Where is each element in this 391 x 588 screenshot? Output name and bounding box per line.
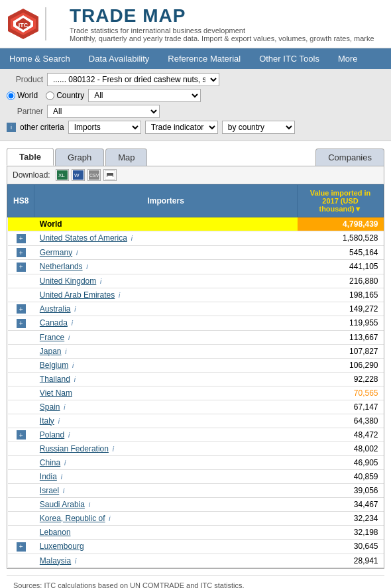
country-link[interactable]: Canada — [40, 318, 68, 327]
country-link[interactable]: Viet Nam — [40, 388, 72, 398]
info-icon[interactable]: i — [72, 376, 76, 383]
tab-graph[interactable]: Graph — [55, 148, 104, 166]
country-link[interactable]: Belgium — [40, 361, 68, 370]
table-row: United Arab Emirates i198,165 — [8, 288, 384, 302]
country-cell: China i — [34, 456, 298, 470]
info-icon[interactable]: i — [107, 515, 111, 522]
info-icon[interactable]: i — [117, 292, 120, 299]
country-radio-label[interactable]: Country — [46, 91, 84, 100]
country-link[interactable]: Lebanon — [40, 528, 71, 537]
svg-text:ITC: ITC — [19, 22, 28, 29]
tab-companies[interactable]: Companies — [315, 148, 384, 166]
info-icon[interactable]: i — [73, 306, 76, 313]
country-cell: Thailand i — [34, 372, 298, 386]
country-link[interactable]: United Kingdom — [40, 276, 96, 286]
table-row: Korea, Republic of i32,234 — [8, 512, 384, 526]
info-icon[interactable]: i — [62, 459, 66, 467]
country-link[interactable]: Netherlands — [40, 262, 83, 271]
col-header-value[interactable]: Value imported in 2017 (USD thousand)▼ — [298, 185, 384, 217]
country-link[interactable]: China — [40, 458, 60, 467]
expand-button[interactable]: + — [17, 304, 26, 314]
expand-cell: + — [8, 540, 34, 554]
world-radio[interactable] — [7, 91, 15, 100]
app-subtitle: Trade statistics for international busin… — [70, 27, 374, 34]
info-icon[interactable]: i — [73, 558, 76, 565]
info-icon[interactable]: i — [66, 334, 70, 341]
expand-cell — [8, 526, 34, 540]
partner-select[interactable]: All — [47, 105, 160, 118]
table-row: Russian Federation i48,002 — [8, 442, 384, 456]
country-cell: Australia i — [34, 302, 298, 316]
nav-data[interactable]: Data Availability — [80, 48, 159, 69]
nav-reference[interactable]: Reference Material — [158, 48, 250, 69]
country-link[interactable]: Thailand — [40, 375, 70, 384]
country-link[interactable]: United States of America — [40, 233, 127, 243]
tab-table[interactable]: Table — [7, 148, 54, 166]
country-cell: Lebanon — [34, 526, 298, 540]
info-icon[interactable]: i — [61, 487, 64, 495]
info-icon[interactable]: i — [111, 445, 114, 453]
world-country-select[interactable]: All — [88, 89, 201, 102]
country-link[interactable]: Italy — [40, 416, 54, 426]
download-csv-icon[interactable]: CSV — [87, 169, 101, 181]
product-select[interactable]: ...... 080132 - Fresh or dried cashew nu… — [47, 73, 219, 86]
trade-indicators-select[interactable]: Trade indicators — [145, 121, 218, 134]
download-word-icon[interactable]: W — [72, 169, 85, 181]
country-radio[interactable] — [46, 91, 54, 100]
info-icon[interactable]: i — [74, 249, 78, 257]
country-link[interactable]: United Arab Emirates — [40, 290, 115, 300]
country-cell: Germany i — [34, 245, 298, 260]
product-filter-row: Product ...... 080132 - Fresh or dried c… — [7, 73, 384, 86]
expand-button[interactable]: + — [17, 234, 26, 243]
nav-tools[interactable]: Other ITC Tools — [250, 48, 329, 69]
country-link[interactable]: France — [40, 333, 64, 342]
tab-map[interactable]: Map — [105, 148, 147, 166]
info-icon[interactable]: i — [64, 348, 67, 355]
info-icon[interactable]: i — [70, 362, 74, 369]
country-link[interactable]: Australia — [40, 304, 71, 314]
country-link[interactable]: Poland — [40, 430, 64, 440]
country-link[interactable]: India — [40, 472, 57, 481]
expand-button[interactable]: + — [17, 263, 26, 272]
expand-cell — [8, 498, 34, 512]
download-excel-icon[interactable]: XL — [56, 169, 69, 181]
country-link[interactable]: Japan — [40, 347, 62, 356]
country-cell: India i — [34, 470, 298, 484]
imports-select[interactable]: Imports — [68, 121, 141, 134]
country-cell: Saudi Arabia i — [34, 498, 298, 512]
info-icon[interactable]: i — [56, 418, 60, 425]
by-country-select[interactable]: by country — [222, 121, 295, 134]
value-cell: 119,955 — [298, 316, 384, 331]
nav-home[interactable]: Home & Search — [0, 48, 80, 69]
country-link[interactable]: Russian Federation — [40, 444, 109, 453]
info-icon[interactable]: i — [98, 278, 101, 285]
expand-cell — [8, 470, 34, 484]
country-link[interactable]: Germany — [40, 248, 72, 257]
info-icon[interactable]: i — [87, 501, 90, 508]
world-radio-label[interactable]: World — [7, 91, 38, 100]
country-link[interactable]: Malaysia — [40, 556, 71, 565]
info-icon[interactable]: i — [62, 404, 66, 411]
country-link[interactable]: Saudi Arabia — [40, 500, 85, 509]
value-cell: 28,941 — [298, 554, 384, 567]
value-cell: 107,827 — [298, 344, 384, 358]
value-cell: 113,667 — [298, 330, 384, 344]
expand-cell — [8, 358, 34, 372]
info-icon[interactable]: i — [129, 235, 133, 242]
info-icon[interactable]: i — [59, 473, 62, 481]
info-icon[interactable]: i — [70, 320, 73, 327]
country-link[interactable]: Spain — [40, 402, 60, 412]
info-icon[interactable]: i — [85, 263, 88, 270]
country-link[interactable]: Israel — [40, 486, 59, 495]
expand-button[interactable]: + — [17, 430, 26, 440]
table-row: +Netherlands i441,105 — [8, 260, 384, 274]
value-cell: 46,905 — [298, 456, 384, 470]
expand-button[interactable]: + — [17, 248, 26, 257]
info-icon[interactable]: i — [66, 432, 70, 439]
nav-more[interactable]: More — [329, 48, 367, 69]
expand-button[interactable]: + — [17, 542, 26, 552]
country-link[interactable]: Korea, Republic of — [40, 514, 105, 523]
expand-button[interactable]: + — [17, 319, 26, 328]
download-print-icon[interactable] — [103, 169, 117, 181]
country-link[interactable]: Luxembourg — [40, 542, 84, 551]
